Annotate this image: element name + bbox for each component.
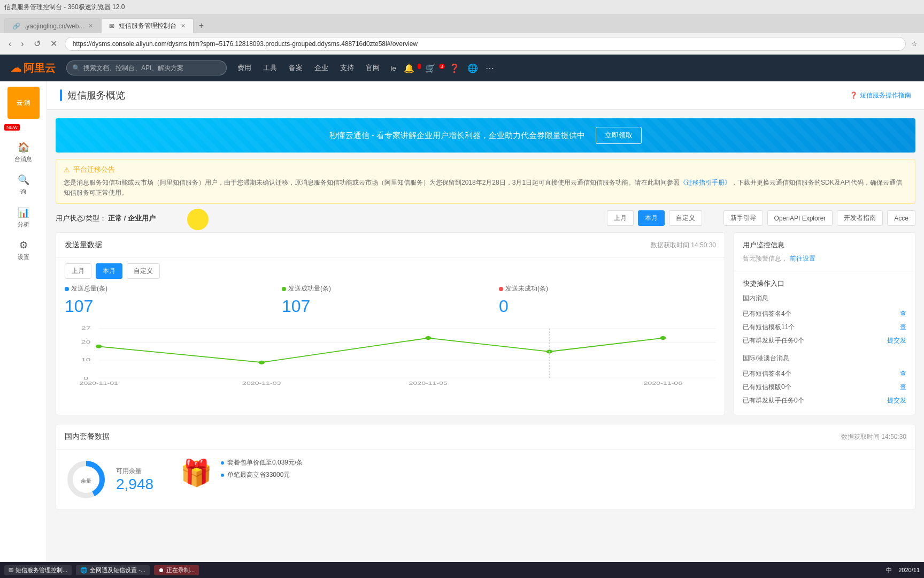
tab-1[interactable]: 🔗 .yaojingling.cn/web... ✕ bbox=[4, 18, 101, 33]
ops-intl-mass-link[interactable]: 提交发 bbox=[887, 396, 906, 405]
tab-1-close[interactable]: ✕ bbox=[88, 22, 93, 29]
svg-text:2020-11-06: 2020-11-06 bbox=[644, 381, 683, 386]
help-icon[interactable]: ❓ bbox=[449, 63, 460, 73]
monitor-title: 用户监控信息 bbox=[743, 240, 906, 250]
header-search[interactable]: 🔍 搜索文档、控制台、API、解决方案 bbox=[66, 60, 227, 75]
alert-link[interactable]: 《迁移指引手册》 bbox=[680, 179, 731, 186]
metric-success-label: 发送成功量(条) bbox=[282, 284, 499, 293]
stats-card: 发送量数据 数据获取时间 14:50:30 上月 本月 自定义 发送总量(条) … bbox=[56, 232, 725, 415]
page-header: 短信服务概览 ❓ 短信服务操作指南 bbox=[47, 81, 924, 110]
user-icon[interactable]: Ie bbox=[390, 64, 396, 72]
logo-text: 阿里云 bbox=[24, 61, 56, 75]
nav-item-official[interactable]: 官网 bbox=[366, 63, 380, 73]
ops-domestic-sig-label: 已有短信签名4个 bbox=[743, 309, 791, 318]
refresh-button[interactable]: ↺ bbox=[32, 37, 43, 50]
svg-text:2020-11-03: 2020-11-03 bbox=[242, 381, 281, 386]
sidebar-item-settings-label: 设置 bbox=[18, 253, 29, 261]
sidebar-item-settings[interactable]: ⚙ 设置 bbox=[0, 234, 47, 267]
gift-item-2: 单笔最高立省33000元 bbox=[221, 470, 303, 480]
balance-card: 余量 可用余量 2,948 bbox=[65, 458, 172, 501]
nav-item-cost[interactable]: 费用 bbox=[237, 63, 251, 73]
search-placeholder: 搜索文档、控制台、API、解决方案 bbox=[83, 64, 183, 73]
dot-blue bbox=[65, 287, 69, 291]
balance-ring: 余量 bbox=[65, 458, 107, 501]
cart-icon[interactable]: 🛒3 bbox=[425, 63, 442, 73]
ops-domestic-signature: 已有短信签名4个 查 bbox=[743, 307, 906, 321]
sidebar-logo: 云·消 bbox=[7, 87, 40, 119]
tab-btn-devguide[interactable]: 开发者指南 bbox=[837, 210, 883, 226]
metric-total-label: 发送总量(条) bbox=[65, 284, 282, 293]
ops-intl-tpl-label: 已有短信模版0个 bbox=[743, 383, 791, 392]
stat-metrics: 发送总量(条) 107 发送成功量(条) 107 bbox=[56, 284, 725, 325]
bell-badge bbox=[418, 64, 421, 69]
gift-info: 套餐包单价低至0.039元/条 单笔最高立省33000元 bbox=[221, 458, 303, 480]
balance-value: 2,948 bbox=[116, 476, 153, 493]
ops-intl-sig-link[interactable]: 查 bbox=[900, 369, 906, 378]
nav-item-enterprise[interactable]: 企业 bbox=[314, 63, 328, 73]
alert-text: 您是消息服务知信功能或云市场（阿里知信服务）用户，由于您滞期未确认迁移，原消息服… bbox=[64, 178, 907, 198]
balance-sub-label: 可用余量 bbox=[116, 467, 153, 476]
forward-button[interactable]: › bbox=[19, 38, 26, 50]
nav-item-tools[interactable]: 工具 bbox=[263, 63, 277, 73]
aliyun-logo: ☁ 阿里云 bbox=[11, 61, 56, 75]
metric-success-value: 107 bbox=[282, 296, 499, 316]
bell-icon[interactable]: 🔔 bbox=[404, 63, 418, 73]
stats-title: 发送量数据 bbox=[65, 240, 102, 250]
tab-2-close[interactable]: ✕ bbox=[181, 22, 186, 29]
main-layout: 云·消 NEW 🏠 台消息 🔍 询 📊 分析 ⚙ 设置 短信服务概览 bbox=[0, 81, 924, 562]
metric-total: 发送总量(条) 107 bbox=[65, 284, 282, 316]
tab-2[interactable]: ✉ 短信服务管理控制台 ✕ bbox=[101, 18, 194, 33]
sidebar-item-home-label: 台消息 bbox=[14, 155, 32, 163]
page-title-area: 短信服务概览 bbox=[60, 89, 125, 102]
back-button[interactable]: ‹ bbox=[6, 38, 13, 50]
sidebar-item-query[interactable]: 🔍 询 bbox=[0, 169, 47, 201]
tab-2-favicon: ✉ bbox=[109, 22, 114, 30]
address-input[interactable] bbox=[65, 37, 906, 51]
stats-tab-custom[interactable]: 自定义 bbox=[127, 263, 160, 279]
globe-icon[interactable]: 🌐 bbox=[467, 63, 478, 73]
metric-total-value: 107 bbox=[65, 296, 282, 316]
gift-card: 🎁 套餐包单价低至0.039元/条 单笔最高立省33000元 bbox=[180, 458, 906, 501]
stats-header: 发送量数据 数据获取时间 14:50:30 bbox=[56, 233, 725, 258]
new-tab-button[interactable]: + bbox=[194, 18, 209, 33]
ops-domestic-template: 已有短信模板11个 查 bbox=[743, 321, 906, 334]
ops-domestic-sig-link[interactable]: 查 bbox=[900, 309, 906, 318]
nav-item-support[interactable]: 支持 bbox=[340, 63, 354, 73]
stats-tab-current[interactable]: 本月 bbox=[96, 263, 122, 279]
sidebar-item-query-label: 询 bbox=[20, 188, 26, 196]
ops-domestic-tpl-link[interactable]: 查 bbox=[900, 323, 906, 332]
svg-text:27: 27 bbox=[81, 325, 90, 331]
tab-btn-this-month[interactable]: 本月 bbox=[638, 210, 665, 226]
tab-btn-access[interactable]: Acce bbox=[887, 210, 915, 226]
sidebar-item-home[interactable]: 🏠 台消息 bbox=[0, 136, 47, 169]
promo-button[interactable]: 立即领取 bbox=[596, 127, 642, 144]
stop-button[interactable]: ✕ bbox=[48, 37, 59, 50]
ops-intl-tpl-link[interactable]: 查 bbox=[900, 383, 906, 392]
gift-dot-1 bbox=[221, 461, 224, 465]
metric-fail-label: 发送未成功(条) bbox=[499, 284, 716, 293]
monitor-link[interactable]: 前往设置 bbox=[790, 255, 815, 262]
nav-item-record[interactable]: 备案 bbox=[289, 63, 303, 73]
stats-tab-prev[interactable]: 上月 bbox=[65, 263, 91, 279]
sidebar-item-analytics-label: 分析 bbox=[18, 220, 29, 229]
packages-time: 数据获取时间 14:50:30 bbox=[841, 432, 906, 442]
tab-btn-openapi[interactable]: OpenAPI Explorer bbox=[767, 210, 833, 226]
tab-btn-guide[interactable]: 新手引导 bbox=[723, 210, 763, 226]
sidebar-item-analytics[interactable]: 📊 分析 bbox=[0, 201, 47, 234]
more-icon[interactable]: ⋯ bbox=[486, 63, 494, 73]
help-link[interactable]: ❓ 短信服务操作指南 bbox=[850, 91, 911, 100]
page-title: 短信服务概览 bbox=[67, 89, 125, 102]
alert-title: ⚠ 平台迁移公告 bbox=[64, 165, 907, 174]
tab-btn-prev-month[interactable]: 上月 bbox=[607, 210, 634, 226]
ops-domestic-mass-link[interactable]: 提交发 bbox=[887, 336, 906, 345]
svg-point-10 bbox=[425, 336, 431, 340]
ops-intl-template: 已有短信模版0个 查 bbox=[743, 381, 906, 394]
cart-badge: 3 bbox=[439, 64, 445, 69]
aliyun-header: ☁ 阿里云 🔍 搜索文档、控制台、API、解决方案 费用 工具 备案 企业 支持… bbox=[0, 55, 924, 81]
bookmark-icon[interactable]: ☆ bbox=[911, 40, 918, 48]
analytics-icon: 📊 bbox=[18, 207, 29, 218]
international-section-title: 国际/港澳台消息 bbox=[743, 354, 906, 363]
tab-btn-custom[interactable]: 自定义 bbox=[669, 210, 702, 226]
header-icons: Ie 🔔 🛒3 ❓ 🌐 ⋯ bbox=[390, 63, 494, 73]
browser-titlebar: 信息服务管理控制台 - 360极速浏览器 12.0 bbox=[0, 0, 924, 15]
